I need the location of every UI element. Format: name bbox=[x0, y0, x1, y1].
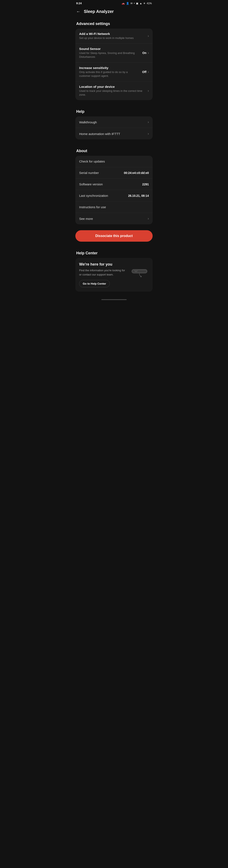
dot-icon: • bbox=[134, 2, 135, 5]
help-center-button[interactable]: Go to Help Center bbox=[79, 280, 110, 287]
location-title: Location of your device bbox=[79, 85, 145, 88]
sound-sensor-value: On bbox=[142, 51, 146, 55]
location-subtitle: Used to track your sleeping times in the… bbox=[79, 89, 145, 97]
device-image bbox=[130, 262, 149, 279]
software-version-label: Software version bbox=[79, 182, 103, 186]
software-version-value: 2291 bbox=[142, 183, 149, 186]
chevron-icon: › bbox=[148, 217, 149, 220]
location-item[interactable]: Location of your device Used to track yo… bbox=[75, 82, 153, 100]
wifi-network-subtitle: Set up your device to work in multiple h… bbox=[79, 36, 145, 40]
last-sync-value: 26.10.21, 08:14 bbox=[128, 194, 149, 197]
walkthrough-item[interactable]: Walkthrough › bbox=[75, 116, 153, 128]
chevron-icon: › bbox=[148, 120, 149, 124]
dissociate-button[interactable]: Dissociate this product bbox=[75, 230, 153, 242]
last-sync-item: Last synchronization 26.10.21, 08:14 bbox=[75, 190, 153, 202]
battery-display: 41% bbox=[147, 2, 152, 5]
check-updates-label: Check for updates bbox=[79, 160, 105, 163]
about-section-label: About bbox=[73, 147, 155, 156]
sensitivity-value: Off bbox=[142, 70, 146, 74]
help-center-section-label: Help Center bbox=[73, 248, 155, 258]
page-title: Sleep Analyzer bbox=[84, 9, 114, 14]
wifi-network-right: › bbox=[148, 34, 149, 38]
chevron-icon: › bbox=[148, 34, 149, 38]
svg-point-7 bbox=[140, 276, 142, 277]
serial-number-value: 00:24:e4:c0:dd:e0 bbox=[124, 171, 149, 175]
about-section: About Check for updates Serial number 00… bbox=[73, 145, 155, 224]
chevron-icon: › bbox=[148, 70, 149, 74]
person-icon: 👤 bbox=[126, 2, 129, 5]
wifi-icon: ▲ bbox=[140, 2, 142, 5]
software-version-item: Software version 2291 bbox=[75, 179, 153, 190]
airplane-icon: ✈ bbox=[143, 2, 146, 5]
see-more-label: See more bbox=[79, 217, 93, 220]
sensitivity-item[interactable]: Increase sensitivity Only activate this … bbox=[75, 63, 153, 82]
sound-sensor-right: On › bbox=[142, 51, 149, 55]
instructions-item[interactable]: Instructions for use bbox=[75, 202, 153, 213]
advanced-settings-label: Advanced settings bbox=[73, 20, 155, 29]
help-center-subtitle: Find the information you're looking for … bbox=[79, 268, 127, 277]
serial-number-item: Serial number 00:24:e4:c0:dd:e0 bbox=[75, 167, 153, 179]
svg-rect-2 bbox=[132, 270, 146, 272]
help-card: Walkthrough › Home automation with IFTTT… bbox=[75, 116, 153, 140]
help-section-label: Help bbox=[73, 108, 155, 116]
see-more-item[interactable]: See more › bbox=[75, 213, 153, 224]
wifi-network-title: Add a Wi-Fi Network bbox=[79, 32, 145, 36]
about-card: Check for updates Serial number 00:24:e4… bbox=[75, 156, 153, 224]
status-icons: 🚗 👤 ✉ • ▣ ▲ ✈ 41% bbox=[122, 2, 152, 5]
walkthrough-label: Walkthrough bbox=[79, 120, 97, 124]
car-icon: 🚗 bbox=[122, 2, 125, 5]
help-center-card: We're here for you Find the information … bbox=[75, 258, 153, 291]
location-left: Location of your device Used to track yo… bbox=[79, 85, 148, 97]
location-right: › bbox=[148, 89, 149, 93]
ifttt-item[interactable]: Home automation with IFTTT › bbox=[75, 128, 153, 140]
sound-sensor-item[interactable]: Sound Sensor Used for Sleep Apnea, Snori… bbox=[75, 43, 153, 62]
wifi-network-left: Add a Wi-Fi Network Set up your device t… bbox=[79, 32, 148, 40]
ifttt-label: Home automation with IFTTT bbox=[79, 132, 120, 136]
chevron-icon: › bbox=[148, 132, 149, 136]
tablet-icon: ▣ bbox=[136, 2, 138, 5]
advanced-settings-card: Add a Wi-Fi Network Set up your device t… bbox=[75, 29, 153, 100]
advanced-settings-section: Advanced settings Add a Wi-Fi Network Se… bbox=[73, 18, 155, 100]
wifi-network-item[interactable]: Add a Wi-Fi Network Set up your device t… bbox=[75, 29, 153, 43]
mail-icon: ✉ bbox=[130, 2, 132, 5]
sound-sensor-left: Sound Sensor Used for Sleep Apnea, Snori… bbox=[79, 47, 142, 59]
instructions-label: Instructions for use bbox=[79, 205, 106, 209]
help-center-title: We're here for you bbox=[79, 262, 127, 267]
sound-sensor-subtitle: Used for Sleep Apnea, Snoring and Breath… bbox=[79, 51, 140, 59]
sensitivity-title: Increase sensitivity bbox=[79, 66, 140, 70]
chevron-icon: › bbox=[148, 89, 149, 93]
home-bar bbox=[101, 299, 127, 300]
header: ← Sleep Analyzer bbox=[73, 6, 155, 18]
status-bar: 9:24 🚗 👤 ✉ • ▣ ▲ ✈ 41% bbox=[73, 0, 155, 6]
sensitivity-left: Increase sensitivity Only activate this … bbox=[79, 66, 142, 78]
help-section: Help Walkthrough › Home automation with … bbox=[73, 106, 155, 140]
time-display: 9:24 bbox=[76, 2, 82, 5]
home-indicator bbox=[73, 298, 155, 303]
sound-sensor-title: Sound Sensor bbox=[79, 47, 140, 51]
chevron-icon: › bbox=[148, 51, 149, 55]
sensitivity-right: Off › bbox=[142, 70, 149, 74]
help-center-content: We're here for you Find the information … bbox=[79, 262, 130, 287]
last-sync-label: Last synchronization bbox=[79, 194, 108, 197]
back-button[interactable]: ← bbox=[76, 9, 80, 14]
sensitivity-subtitle: Only activate this if guided to do so by… bbox=[79, 70, 140, 78]
check-updates-item[interactable]: Check for updates bbox=[75, 156, 153, 167]
serial-number-label: Serial number bbox=[79, 171, 99, 175]
